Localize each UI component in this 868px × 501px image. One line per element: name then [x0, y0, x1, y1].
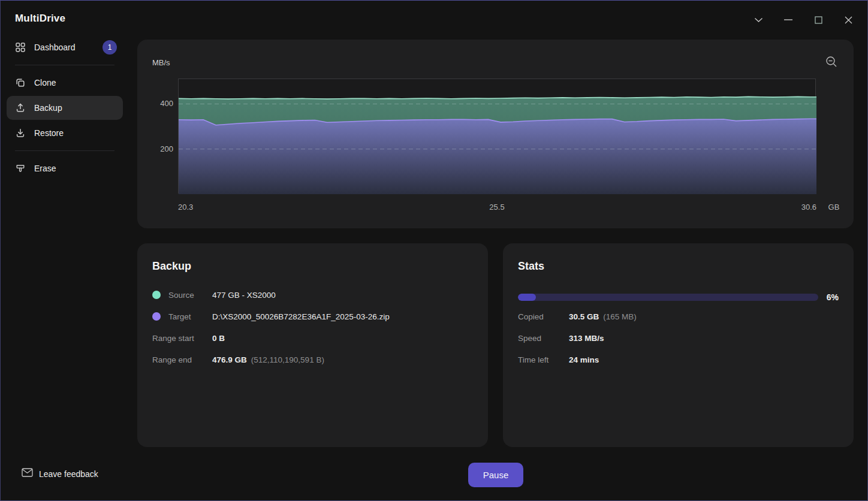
- speed-row: Speed 313 MB/s: [518, 332, 839, 344]
- leave-feedback-label: Leave feedback: [39, 469, 98, 479]
- source-row: Source 477 GB - XS2000: [152, 289, 473, 301]
- target-color-dot: [152, 312, 161, 321]
- sidebar-item-label: Dashboard: [34, 43, 76, 52]
- stats-card-title: Stats: [518, 260, 544, 273]
- sidebar-item-label: Erase: [34, 164, 56, 173]
- range-start-row: Range start 0 B: [152, 332, 473, 344]
- close-icon[interactable]: [837, 9, 859, 31]
- sidebar-item-restore[interactable]: Restore: [7, 121, 123, 145]
- zoom-out-icon[interactable]: [825, 55, 838, 68]
- progress-bar-fill: [518, 294, 536, 301]
- progress-bar: [518, 294, 818, 301]
- source-value: 477 GB - XS2000: [212, 291, 276, 300]
- window-controls: [748, 9, 859, 31]
- maximize-icon[interactable]: [807, 9, 829, 31]
- sidebar-item-label: Clone: [34, 78, 56, 87]
- x-tick-end: 30.6: [797, 203, 816, 212]
- sidebar-item-clone[interactable]: Clone: [7, 71, 123, 95]
- sidebar-item-backup[interactable]: Backup: [7, 96, 123, 120]
- y-tick-400: 400: [142, 99, 173, 108]
- grid-icon: [15, 42, 26, 53]
- sidebar-item-label: Restore: [34, 128, 64, 138]
- app-title: MultiDrive: [15, 13, 65, 25]
- chart-y-axis-unit: MB/s: [152, 58, 170, 67]
- sidebar-item-dashboard[interactable]: Dashboard1: [7, 35, 123, 59]
- source-color-dot: [152, 291, 161, 299]
- target-label: Target: [168, 312, 212, 321]
- sidebar-item-label: Backup: [34, 103, 62, 113]
- minimize-icon[interactable]: [777, 9, 799, 31]
- sidebar-item-erase[interactable]: Erase: [7, 156, 123, 180]
- x-axis-unit: GB: [825, 203, 843, 212]
- range-end-value: 476.9 GB: [212, 355, 247, 364]
- envelope-icon: [22, 468, 33, 479]
- leave-feedback-button[interactable]: Leave feedback: [22, 468, 98, 479]
- sidebar: Dashboard1CloneBackupRestoreErase: [1, 34, 129, 182]
- range-end-label: Range end: [152, 355, 212, 364]
- target-value: D:\XS2000_50026B7282E36A1F_2025-03-26.zi…: [212, 312, 390, 321]
- range-start-label: Range start: [152, 334, 212, 343]
- upload-icon: [15, 102, 26, 113]
- eraser-icon: [15, 163, 26, 174]
- backup-card: Backup Source 477 GB - XS2000 Target D:\…: [137, 243, 488, 447]
- target-row: Target D:\XS2000_50026B7282E36A1F_2025-0…: [152, 310, 473, 322]
- backup-card-title: Backup: [152, 260, 191, 273]
- app-window: MultiDrive Dashboard1CloneBackupRestoreE…: [0, 0, 868, 501]
- download-icon: [15, 128, 26, 138]
- notification-badge: 1: [103, 40, 117, 55]
- source-label: Source: [168, 291, 212, 300]
- copy-icon: [15, 77, 26, 88]
- pause-button[interactable]: Pause: [468, 463, 523, 487]
- range-end-bytes: (512,110,190,591 B): [251, 355, 324, 364]
- time-left-value: 24 mins: [569, 355, 599, 364]
- progress-percent: 6%: [827, 292, 839, 302]
- time-left-row: Time left 24 mins: [518, 354, 839, 366]
- target-write-speed-area: [179, 119, 816, 194]
- speed-value: 313 MB/s: [569, 334, 604, 343]
- copied-label: Copied: [518, 312, 569, 321]
- y-tick-200: 200: [142, 144, 173, 153]
- range-end-row: Range end 476.9 GB (512,110,190,591 B): [152, 354, 473, 366]
- range-start-value: 0 B: [212, 334, 225, 343]
- copied-value: 30.5 GB: [569, 312, 599, 321]
- stats-card: Stats 6% Copied 30.5 GB (165 MB) Speed 3…: [503, 243, 854, 447]
- speed-area-chart[interactable]: [178, 79, 816, 194]
- sidebar-divider: [15, 150, 114, 151]
- speed-chart-panel: MB/s 400 200 20.3 25.5 30.6 GB: [137, 40, 854, 228]
- copied-row: Copied 30.5 GB (165 MB): [518, 310, 839, 322]
- copied-secondary: (165 MB): [603, 312, 637, 321]
- time-left-label: Time left: [518, 355, 569, 364]
- x-tick-mid: 25.5: [486, 203, 508, 212]
- progress-row: 6%: [518, 291, 839, 303]
- sidebar-divider: [15, 65, 114, 65]
- speed-label: Speed: [518, 334, 569, 343]
- x-tick-start: 20.3: [178, 203, 193, 212]
- window-menu-chevron-down-icon[interactable]: [748, 9, 769, 31]
